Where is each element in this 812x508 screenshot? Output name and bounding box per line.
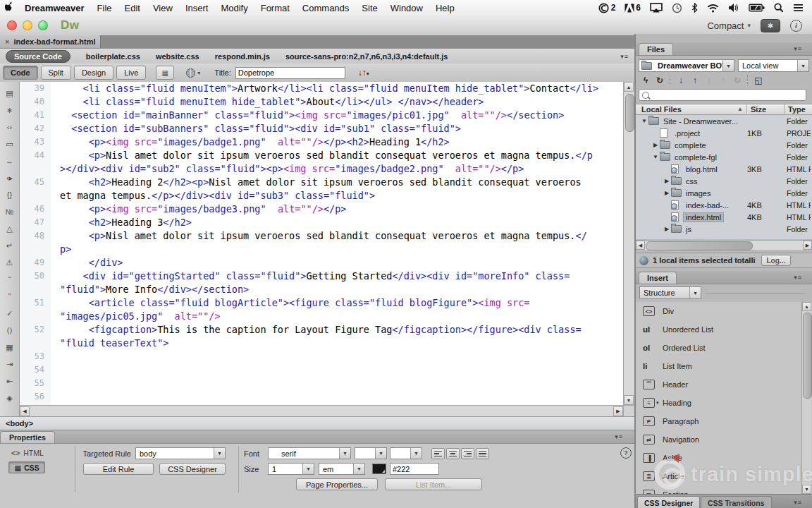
files-horizontal-scrollbar[interactable]: ◀ ▶ [636,240,812,250]
format-source-code-icon[interactable]: ◈ [2,389,18,406]
info-icon[interactable]: i [790,20,802,32]
move-css-icon[interactable]: ▦ [2,339,18,356]
recent-snippets-icon[interactable]: ⟨⟩ [2,322,18,339]
window-title-bar[interactable]: Dw Compact▾ ✱ i [0,16,812,36]
indent-code-icon[interactable]: ⇥ [2,356,18,373]
font-weight-select[interactable]: ▼ [355,447,387,459]
scroll-left-arrow[interactable]: ◀ [20,406,30,416]
spotlight-icon[interactable] [774,3,784,13]
battery-icon[interactable] [749,4,765,12]
scroll-right-arrow[interactable]: ▶ [613,406,623,416]
title-input[interactable] [235,67,345,79]
open-documents-icon[interactable]: ▤ [2,85,18,102]
related-file[interactable]: source-sans-pro:n2,n7,n6,n3,i3,n4:defaul… [285,52,448,61]
related-file[interactable]: respond.min.js [215,52,270,61]
column-type[interactable]: Type [788,105,806,114]
insert-item-div[interactable]: <>Div [636,302,812,320]
vertical-scrollbar[interactable]: ▲ ▼ [623,82,634,405]
disclosure-closed-icon[interactable]: ▶ [663,178,671,184]
menu-item-commands[interactable]: Commands [296,3,355,13]
file-tree-row[interactable]: ▼Site - Dreamweaver...Folder [636,115,812,127]
scroll-right-arrow[interactable]: ▶ [803,241,812,250]
column-local-files[interactable]: Local Files [641,105,682,114]
font-select[interactable]: serif▼ [268,447,351,459]
insert-item-section[interactable]: ▥Section [636,485,812,494]
connect-icon[interactable]: ϟ [639,75,653,86]
check-out-icon[interactable]: ↓ [702,75,716,86]
bottom-tabs-menu-icon[interactable]: ▾≡ [794,499,802,506]
align-left-button[interactable] [431,448,445,459]
vertical-scroll-thumb[interactable] [625,94,634,132]
preview-icon[interactable]: ▦ [156,66,174,80]
size-unit-select[interactable]: em▼ [319,463,365,475]
related-file-source-code[interactable]: Source Code [6,50,70,63]
refresh-icon[interactable]: ↻ [653,75,667,86]
insert-item-list-item[interactable]: liList Item [636,357,812,375]
apply-comment-icon[interactable]: “ [2,271,18,288]
tab-properties[interactable]: Properties [0,431,55,443]
file-transfer-icon[interactable]: ↓↑▾ [358,68,369,78]
close-tab-icon[interactable]: × [5,37,9,46]
balance-braces-icon[interactable]: {} [2,186,18,203]
insert-scroll-thumb[interactable] [803,313,812,399]
tab-css-transitions[interactable]: CSS Transitions [701,496,772,508]
related-file[interactable]: website.css [156,52,199,61]
insert-item-ordered-list[interactable]: olOrdered List [636,339,812,357]
menu-item-help[interactable]: Help [429,3,461,13]
syntax-error-alerts-icon[interactable]: ⚠ [2,254,18,271]
horizontal-scrollbar[interactable]: ◀ ▶ [20,405,623,416]
scroll-down-arrow[interactable]: ▼ [624,395,634,405]
menu-item-modify[interactable]: Modify [214,3,254,13]
file-tree-row[interactable]: ▶imagesFolder [636,187,812,199]
page-properties-button[interactable]: Page Properties... [296,478,378,490]
html-mode-button[interactable]: <>HTML [11,449,44,457]
menu-item-insert[interactable]: Insert [179,3,215,13]
tab-files[interactable]: Files [639,43,673,55]
wifi-icon[interactable] [707,4,719,13]
view-button-code[interactable]: Code [3,66,38,80]
disclosure-closed-icon[interactable]: ▶ [663,226,671,232]
align-center-button[interactable] [446,448,460,459]
disclosure-closed-icon[interactable]: ▶ [663,190,671,196]
related-files-menu-icon[interactable]: ▾≡ [620,53,629,60]
menu-item-format[interactable]: Format [254,3,296,13]
wrap-tag-icon[interactable]: ✓ [2,305,18,322]
menu-item-edit[interactable]: Edit [118,3,147,13]
insert-item-heading[interactable]: ≡▾Heading [636,394,812,412]
insert-item-article[interactable]: ≣Article [636,467,812,485]
show-browser-navigation-icon[interactable]: ∗ [2,102,18,119]
insert-item-header[interactable]: ▔Header [636,375,812,394]
extension-manager-icon[interactable]: ✱ [761,19,780,32]
disclosure-closed-icon[interactable]: ▶ [651,142,660,148]
css-designer-button[interactable]: CSS Designer [159,463,226,475]
tab-insert[interactable]: Insert [639,272,677,284]
tag-selector-body[interactable]: <body> [6,419,33,428]
size-select[interactable]: 1▼ [268,463,314,475]
files-panel-menu-icon[interactable]: ▾≡ [794,45,802,52]
align-right-button[interactable] [461,448,474,459]
insert-item-navigation[interactable]: ⇄Navigation [636,430,812,449]
file-tree-row[interactable]: blog.html3KBHTML Fi [636,163,812,175]
line-numbers-icon[interactable]: № [2,203,18,220]
menu-item-dreamweaver[interactable]: Dreamweaver [18,3,91,13]
menu-item-file[interactable]: File [91,3,118,13]
view-button-split[interactable]: Split [41,66,71,80]
tab-css-designer[interactable]: CSS Designer [637,496,700,508]
file-tree-row[interactable]: ▶cssFolder [636,175,812,187]
view-select[interactable]: Local view▼ [738,59,809,72]
font-style-select[interactable]: ▼ [390,447,422,459]
workspace-switcher[interactable]: Compact▾ [707,20,751,31]
airplay-icon[interactable] [650,3,663,13]
adobe-icon[interactable]: 6 [625,3,641,13]
disclosure-open-icon[interactable]: ▼ [651,154,660,160]
files-column-header[interactable]: Local Files ▲ Size Type [636,104,812,115]
view-button-live[interactable]: Live [116,66,146,80]
outdent-code-icon[interactable]: ⇤ [2,373,18,389]
volume-icon[interactable] [728,3,739,13]
synchronize-icon[interactable]: ↻ [730,75,744,86]
collapse-selection-icon[interactable]: ▭ [2,135,18,152]
apple-menu-icon[interactable] [0,1,18,14]
word-wrap-icon[interactable]: ↵ [2,237,18,254]
properties-menu-icon[interactable]: ▾≡ [615,433,623,440]
text-color-swatch[interactable] [372,464,386,474]
